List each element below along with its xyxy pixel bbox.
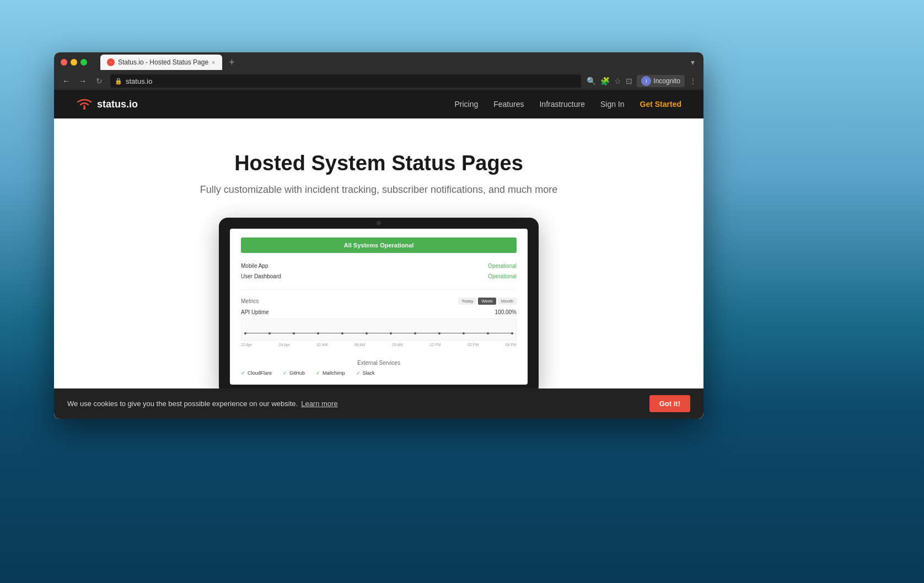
tab-bar: ~ Status.io - Hosted Status Page × + ▾ (100, 55, 697, 70)
split-view-icon[interactable]: ⊡ (626, 77, 632, 85)
status-page-content: All Systems Operational Mobile App Opera… (230, 229, 528, 385)
chart-dot (390, 332, 392, 334)
nav-signin[interactable]: Sign In (600, 100, 625, 109)
chart-dot (366, 332, 368, 334)
toolbar-icons: 🔍 🧩 ☆ ⊡ I Incognito ⋮ (587, 75, 697, 87)
maximize-window-button[interactable] (80, 59, 87, 66)
search-icon[interactable]: 🔍 (587, 77, 596, 85)
metrics-section: Metrics Today Week Month API Uptime (241, 298, 517, 347)
nav-features[interactable]: Features (493, 100, 524, 109)
site-navigation: status.io Pricing Features Infrastructur… (54, 90, 703, 118)
nav-get-started[interactable]: Get Started (640, 100, 681, 109)
hero-title: Hosted System Status Pages (76, 152, 681, 175)
slack-check-icon: ✓ (356, 370, 361, 376)
site-nav-links: Pricing Features Infrastructure Sign In … (454, 100, 681, 109)
tab-favicon-icon: ~ (107, 58, 115, 66)
tab-label: Status.io - Hosted Status Page (118, 58, 208, 66)
profile-button[interactable]: I Incognito (637, 75, 685, 87)
bookmark-icon[interactable]: ☆ (614, 77, 621, 85)
ext-mailchimp: ✓ Mailchimp (316, 370, 345, 376)
logo-text: status.io (97, 99, 138, 110)
status-banner: All Systems Operational (241, 237, 517, 253)
website-content: status.io Pricing Features Infrastructur… (54, 90, 703, 419)
cloudflare-label: CloudFlare (248, 370, 272, 376)
chart-dot (341, 332, 343, 334)
site-logo[interactable]: status.io (76, 98, 138, 110)
metrics-header: Metrics Today Week Month (241, 298, 517, 305)
profile-name: Incognito (653, 77, 680, 85)
metrics-label: Metrics (241, 298, 259, 304)
chart-dot (317, 332, 319, 334)
extensions-icon[interactable]: 🧩 (600, 77, 610, 85)
url-text: status.io (126, 77, 152, 85)
forward-button[interactable]: → (77, 77, 88, 85)
close-window-button[interactable] (61, 59, 67, 66)
service-row-mobile: Mobile App Operational (241, 261, 517, 271)
chart-name: API Uptime (241, 309, 269, 315)
service-status-dashboard: Operational (488, 273, 517, 279)
github-label: GitHub (289, 370, 305, 376)
cookie-learn-more-link[interactable]: Learn more (301, 400, 337, 408)
minimize-window-button[interactable] (71, 59, 77, 66)
metrics-week-button[interactable]: Week (478, 298, 496, 305)
menu-icon[interactable]: ⋮ (689, 77, 697, 85)
service-status-mobile: Operational (488, 263, 517, 269)
metrics-today-button[interactable]: Today (458, 298, 476, 305)
new-tab-button[interactable]: + (224, 55, 240, 70)
profile-avatar: I (641, 76, 651, 86)
mailchimp-label: Mailchimp (323, 370, 345, 376)
cookie-text: We use cookies to give you the best poss… (67, 400, 338, 408)
cookie-banner: We use cookies to give you the best poss… (54, 388, 703, 419)
chart-value: 100.00% (495, 309, 517, 315)
tab-list-button[interactable]: ▾ (691, 58, 697, 67)
chart-dot (463, 332, 465, 334)
slack-label: Slack (363, 370, 375, 376)
cookie-got-it-button[interactable]: Got it! (649, 395, 690, 412)
hero-section: Hosted System Status Pages Fully customi… (54, 118, 703, 413)
nav-pricing[interactable]: Pricing (454, 100, 478, 109)
external-services-title: External Services (241, 360, 517, 366)
ext-cloudflare: ✓ CloudFlare (241, 370, 272, 376)
metrics-month-button[interactable]: Month (498, 298, 517, 305)
browser-window: ~ Status.io - Hosted Status Page × + ▾ ←… (54, 52, 703, 419)
traffic-lights (61, 59, 87, 66)
chart-dots (244, 333, 513, 334)
cookie-message: We use cookies to give you the best poss… (67, 400, 298, 408)
laptop-mockup: All Systems Operational Mobile App Opera… (219, 218, 539, 391)
chart-dot (293, 332, 295, 334)
chart-dot (487, 332, 489, 334)
chart-axis-labels: 22 Apr 24 Apr 02 AM 06 AM 09 AM 12 PM 02… (241, 343, 517, 347)
reload-button[interactable]: ↻ (94, 77, 105, 85)
chart-header-row: API Uptime 100.00% (241, 309, 517, 315)
external-services-list: ✓ CloudFlare ✓ GitHub ✓ (241, 370, 517, 376)
external-services-section: External Services ✓ CloudFlare ✓ GitHub (241, 354, 517, 376)
github-check-icon: ✓ (283, 370, 287, 376)
mailchimp-check-icon: ✓ (316, 370, 320, 376)
service-row-dashboard: User Dashboard Operational (241, 271, 517, 282)
back-button[interactable]: ← (61, 77, 72, 85)
address-bar: ← → ↻ 🔒 status.io 🔍 🧩 ☆ ⊡ I Incognito ⋮ (54, 72, 703, 90)
nav-infrastructure[interactable]: Infrastructure (539, 100, 584, 109)
browser-chrome: ~ Status.io - Hosted Status Page × + ▾ ←… (54, 52, 703, 90)
hero-subtitle: Fully customizable with incident trackin… (76, 184, 681, 196)
browser-title-bar: ~ Status.io - Hosted Status Page × + ▾ (54, 52, 703, 72)
lock-icon: 🔒 (115, 78, 122, 85)
active-tab[interactable]: ~ Status.io - Hosted Status Page × (100, 55, 222, 70)
chart-area (241, 319, 517, 341)
tab-close-button[interactable]: × (212, 59, 215, 66)
services-list: Mobile App Operational User Dashboard Op… (241, 261, 517, 290)
chart-dot (268, 332, 271, 334)
laptop-outer: All Systems Operational Mobile App Opera… (219, 218, 539, 391)
chart-dot (511, 332, 513, 334)
ext-slack: ✓ Slack (356, 370, 375, 376)
svg-point-0 (83, 107, 85, 110)
laptop-camera (377, 221, 381, 225)
metrics-buttons: Today Week Month (458, 298, 517, 305)
ext-github: ✓ GitHub (283, 370, 305, 376)
laptop-screen: All Systems Operational Mobile App Opera… (230, 229, 528, 385)
chart-dot (244, 332, 246, 334)
cloudflare-check-icon: ✓ (241, 370, 245, 376)
chart-dot (414, 332, 416, 334)
url-bar[interactable]: 🔒 status.io (110, 74, 581, 88)
logo-wifi-icon (76, 98, 93, 110)
